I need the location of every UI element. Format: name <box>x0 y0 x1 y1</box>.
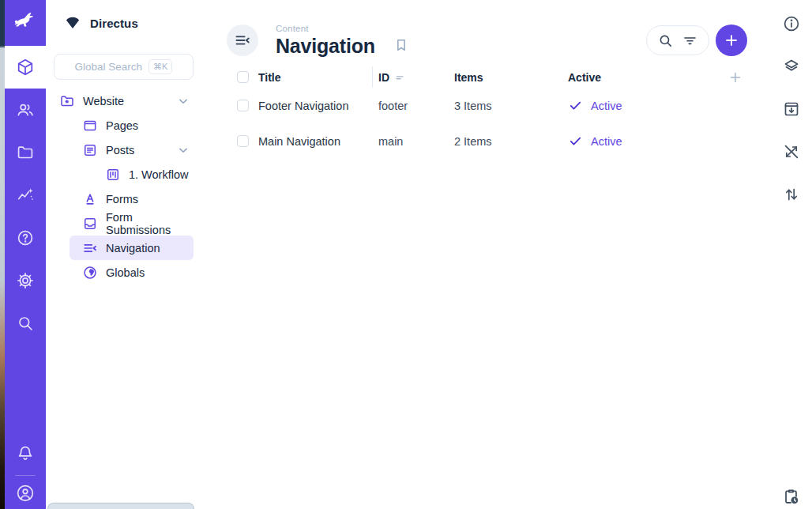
column-header-items[interactable]: Items <box>454 71 568 84</box>
search-button[interactable] <box>657 32 674 49</box>
table-row[interactable]: Footer Navigation footer 3 Items Active <box>225 88 770 123</box>
rabbit-logo-icon[interactable] <box>5 0 46 46</box>
folder-star-icon <box>59 93 75 109</box>
module-content[interactable] <box>5 46 46 89</box>
info-circle-icon[interactable] <box>782 14 801 33</box>
title-block: Content Navigation <box>276 25 375 57</box>
module-bar <box>5 0 46 509</box>
notifications-button[interactable] <box>5 432 46 475</box>
check-icon <box>568 134 583 149</box>
module-users[interactable] <box>5 89 46 131</box>
tree-item-forms[interactable]: Forms <box>46 187 225 211</box>
folder-icon <box>16 143 35 162</box>
letter-a-icon <box>82 191 98 207</box>
tree-item-label: Navigation <box>106 242 160 254</box>
tree-item-posts[interactable]: Posts <box>46 138 225 162</box>
plus-icon <box>727 70 743 85</box>
module-files[interactable] <box>5 131 46 174</box>
add-column-button[interactable] <box>727 70 770 85</box>
sync-disabled-icon[interactable] <box>782 142 801 161</box>
keyboard-shortcut-badge: ⌘K <box>148 59 172 74</box>
bottom-overlay-edge <box>47 503 194 509</box>
web-asset-icon <box>82 118 98 134</box>
module-insights[interactable] <box>5 174 46 217</box>
swap-vertical-icon[interactable] <box>782 185 801 204</box>
clipboard-clock-icon[interactable] <box>781 487 801 507</box>
breadcrumb[interactable]: Content <box>276 25 375 34</box>
tree-item-label: 1. Workflow <box>129 168 188 181</box>
article-icon <box>82 142 98 158</box>
tree-item-label: Posts <box>106 144 134 156</box>
bookmark-icon <box>393 37 409 53</box>
search-filter-pill <box>646 25 709 55</box>
tree-item-label: Website <box>83 95 124 107</box>
column-divider <box>372 66 373 88</box>
row-checkbox[interactable] <box>237 100 249 111</box>
help-circle-icon <box>16 228 35 247</box>
cell-items: 3 Items <box>454 100 568 112</box>
add-item-button[interactable] <box>716 25 747 56</box>
bell-icon <box>16 444 35 463</box>
row-checkbox[interactable] <box>237 135 249 147</box>
check-icon <box>568 98 583 113</box>
tree-item-label: Forms <box>106 193 138 205</box>
status-badge: Active <box>591 135 622 148</box>
module-bar-bottom <box>5 432 46 509</box>
nav-sidebar: Directus Global Search ⌘K Website <box>46 0 225 509</box>
cube-icon <box>16 58 35 77</box>
account-button[interactable] <box>5 476 46 509</box>
column-header-title[interactable]: Title <box>258 71 375 84</box>
project-header[interactable]: Directus <box>46 0 225 46</box>
cell-id: main <box>375 135 454 148</box>
layers-icon[interactable] <box>782 57 801 76</box>
menu-open-icon <box>234 32 251 49</box>
globe-icon <box>82 265 98 281</box>
tree-item-workflow[interactable]: 1. Workflow <box>46 162 225 187</box>
column-header-active[interactable]: Active <box>568 71 727 84</box>
items-table: Title ID Items Active <box>225 66 770 159</box>
cell-id: footer <box>375 100 454 112</box>
filter-icon[interactable] <box>682 32 698 49</box>
directus-app-window: Directus Global Search ⌘K Website <box>0 0 812 509</box>
kanban-icon <box>105 167 121 183</box>
chevron-down-icon[interactable] <box>176 94 190 108</box>
bookmark-button[interactable] <box>393 37 409 53</box>
archive-download-icon[interactable] <box>782 100 801 119</box>
avatar-icon <box>15 483 36 503</box>
main-content: Content Navigation <box>225 0 770 509</box>
select-all-checkbox[interactable] <box>237 71 249 83</box>
sort-icon[interactable] <box>395 72 406 83</box>
magnifier-icon <box>16 314 35 333</box>
project-name: Directus <box>90 17 138 30</box>
cell-title: Footer Navigation <box>258 100 375 112</box>
chevron-down-icon[interactable] <box>176 143 190 157</box>
right-sidebar-rail <box>770 0 812 509</box>
table-header-row: Title ID Items Active <box>225 66 770 88</box>
tree-item-label: Globals <box>106 266 145 279</box>
column-header-id[interactable]: ID <box>378 71 389 84</box>
users-icon <box>16 100 35 119</box>
table-row[interactable]: Main Navigation main 2 Items Active <box>225 123 770 159</box>
global-search-placeholder: Global Search <box>75 61 143 73</box>
tree-item-website[interactable]: Website <box>46 89 225 113</box>
tree-item-label: Form Submissions <box>106 211 190 236</box>
menu-open-icon <box>82 240 98 256</box>
cell-items: 2 Items <box>454 135 568 148</box>
tree-item-globals[interactable]: Globals <box>46 260 225 285</box>
tree-item-navigation[interactable]: Navigation <box>70 236 194 260</box>
plus-icon <box>723 32 740 49</box>
page-title: Navigation <box>276 36 375 56</box>
diamond-icon <box>64 14 81 32</box>
chart-sparkle-icon <box>16 186 35 205</box>
tree-item-form-submissions[interactable]: Form Submissions <box>46 211 225 236</box>
module-settings[interactable] <box>5 259 46 302</box>
cell-title: Main Navigation <box>258 135 375 148</box>
global-search-input[interactable]: Global Search ⌘K <box>54 54 194 80</box>
collection-icon-button[interactable] <box>227 25 258 56</box>
page-header: Content Navigation <box>225 0 770 56</box>
tree-item-pages[interactable]: Pages <box>46 113 225 138</box>
cell-active: Active <box>568 134 770 149</box>
module-search[interactable] <box>5 302 46 345</box>
cell-active: Active <box>568 98 770 113</box>
module-help[interactable] <box>5 217 46 259</box>
